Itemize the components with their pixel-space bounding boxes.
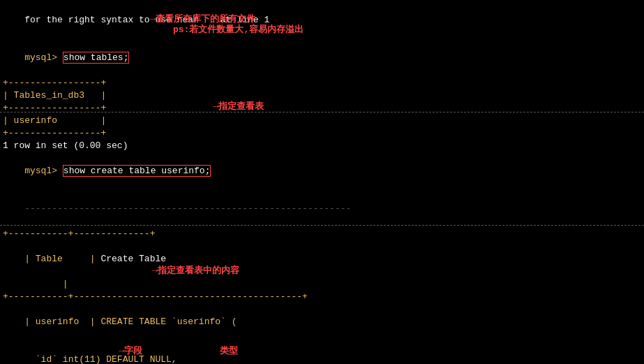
annotation-show-create: → 指定查看表 — [213, 100, 264, 112]
tables-border-1: +-----------------+ — [3, 77, 641, 89]
line-show-create: mysql> show create table userinfo; — [3, 152, 641, 190]
create-row-1: | userinfo | CREATE TABLE `userinfo` ( — [3, 303, 641, 341]
line-1: for the right syntax to use near at line… — [3, 1, 641, 39]
tables-border-2: +-----------------+ — [3, 102, 641, 115]
separator-1 — [0, 112, 644, 112]
terminal-window: for the right syntax to use near at line… — [0, 0, 644, 364]
create-border-2: +-----------+---------------------------… — [3, 291, 641, 303]
create-separator-top: ----------------------------------------… — [3, 190, 641, 228]
create-border-1: +-----------+--------------+ — [3, 228, 641, 240]
tables-header: | Tables_in_db3 | — [3, 89, 641, 102]
annotation-show-tables-note: ps:若文件数量大,容易内存溢出 — [173, 23, 304, 36]
create-row-2: `id` int(11) DEFAULT NULL, — [3, 341, 641, 364]
annotation-desc: → 指定查看表中的内容 — [152, 264, 239, 277]
annotation-type: 类型 — [220, 344, 238, 357]
create-header-cont: | — [3, 278, 641, 291]
prompt-1: mysql> — [24, 52, 63, 63]
separator-2 — [0, 225, 644, 226]
cmd-show-create: show create table userinfo; — [63, 165, 211, 177]
cmd-show-tables: show tables; — [63, 52, 130, 64]
tables-row-userinfo: | userinfo | — [3, 115, 641, 127]
prompt-2: mysql> — [24, 166, 63, 176]
line-2: mysql> show tables; — [3, 39, 641, 77]
tables-border-3: +-----------------+ — [3, 127, 641, 140]
tables-count: 1 row in set (0.00 sec) — [3, 140, 641, 152]
create-header: | Table | Create Table — [3, 240, 641, 278]
annotation-field: → 字段 — [119, 344, 142, 357]
